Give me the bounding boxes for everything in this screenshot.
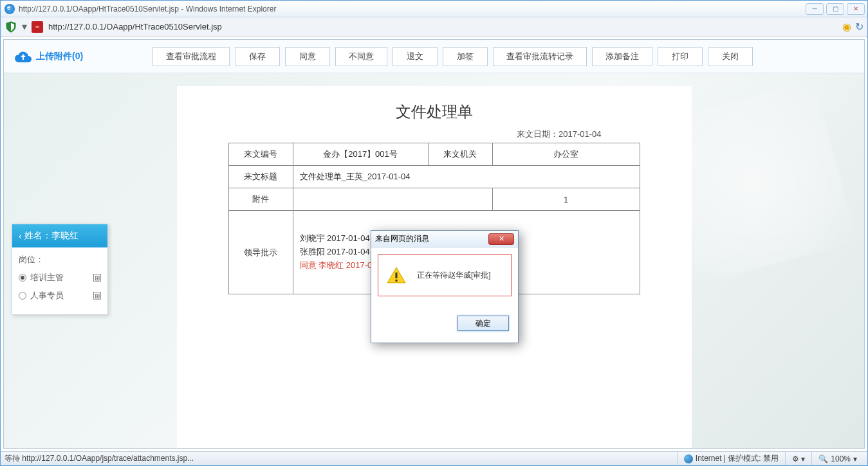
add-note-button[interactable]: 添加备注: [592, 47, 652, 66]
status-zone[interactable]: ⚙ ▾: [785, 452, 811, 465]
role-1-label: 培训主管: [30, 272, 64, 283]
close-button[interactable]: 关闭: [708, 47, 753, 66]
role-option-1[interactable]: 培训主管: [19, 272, 64, 283]
view-process-button[interactable]: 查看审批流程: [152, 47, 230, 66]
status-bar: 等待 http://127.0.0.1/OAapp/jsp/trace/atta…: [1, 451, 867, 465]
doc-no-label: 来文编号: [228, 143, 293, 166]
svg-rect-0: [396, 273, 398, 278]
window-close-button[interactable]: ✕: [847, 3, 865, 15]
dialog-message-box: 正在等待赵华威[审批]: [378, 254, 512, 296]
refresh-icon[interactable]: ↻: [855, 21, 863, 33]
dialog-close-button[interactable]: ✕: [488, 233, 514, 245]
role-2-label: 人事专员: [30, 290, 64, 301]
radio-icon: [19, 274, 26, 282]
document-date: 来文日期：2017-01-04: [190, 129, 679, 140]
upload-attachment-link[interactable]: 上传附件(0): [14, 50, 83, 63]
dialog-message-text: 正在等待赵华威[审批]: [417, 270, 491, 281]
print-button[interactable]: 打印: [658, 47, 703, 66]
dialog-ok-button[interactable]: 确定: [457, 316, 509, 331]
upload-label: 上传附件(0): [36, 51, 83, 62]
window-minimize-button[interactable]: ─: [806, 3, 824, 15]
window-maximize-button[interactable]: ▢: [826, 3, 844, 15]
warning-icon: [386, 266, 407, 284]
alert-dialog: 来自网页的消息 ✕ 正在等待赵华威[审批] 确定: [371, 230, 519, 343]
action-toolbar: 上传附件(0) 查看审批流程 保存 同意 不同意 退文 加签 查看审批流转记录 …: [4, 40, 864, 73]
expand-role-1-button[interactable]: ⊞: [93, 274, 101, 282]
doc-no-value: 金办【2017】001号: [293, 143, 428, 166]
attach-count: 1: [492, 188, 640, 211]
cosign-button[interactable]: 加签: [443, 47, 488, 66]
cloud-upload-icon: [14, 50, 32, 63]
compat-view-icon[interactable]: ◉: [842, 21, 851, 33]
radio-icon: [19, 292, 26, 300]
address-dropdown-icon[interactable]: ▾: [20, 21, 29, 33]
org-label: 来文机关: [428, 143, 492, 166]
view-history-button[interactable]: 查看审批流转记录: [493, 47, 587, 66]
favicon: ∞: [32, 21, 43, 33]
attach-label: 附件: [228, 188, 293, 211]
address-bar: ▾ ∞ ◉ ↻: [1, 17, 867, 37]
window-titlebar: http://127.0.0.1/OAapp/HtTrace0510Servle…: [1, 1, 867, 17]
security-shield-icon[interactable]: [5, 21, 17, 33]
status-zoom[interactable]: 🔍 100% ▾: [811, 452, 863, 465]
status-text: 等待 http://127.0.0.1/OAapp/jsp/trace/atta…: [5, 453, 194, 464]
org-value: 办公室: [492, 143, 640, 166]
window-title: http://127.0.0.1/OAapp/HtTrace0510Servle…: [19, 4, 806, 13]
dialog-titlebar[interactable]: 来自网页的消息 ✕: [371, 231, 518, 247]
approval-label: 领导批示: [228, 211, 293, 294]
disagree-button[interactable]: 不同意: [335, 47, 387, 66]
user-name-label: 姓名：李晓红: [24, 230, 78, 242]
address-input[interactable]: [46, 20, 840, 34]
return-button[interactable]: 退文: [392, 47, 438, 66]
subject-value: 文件处理单_王英_2017-01-04: [293, 166, 640, 188]
status-net-text: Internet | 保护模式: 禁用: [696, 453, 779, 464]
svg-rect-1: [396, 280, 398, 282]
save-button[interactable]: 保存: [235, 47, 280, 66]
user-side-panel: ‹ 姓名：李晓红 岗位： 培训主管 ⊞ 人事专员 ⊞: [12, 224, 108, 315]
position-label: 岗位：: [19, 254, 101, 265]
expand-role-2-button[interactable]: ⊞: [93, 292, 101, 300]
ie-icon: [5, 4, 15, 14]
agree-button[interactable]: 同意: [285, 47, 330, 66]
status-internet[interactable]: Internet | 保护模式: 禁用: [677, 452, 785, 465]
side-panel-header[interactable]: ‹ 姓名：李晓红: [12, 224, 107, 247]
chevron-left-icon: ‹: [19, 231, 22, 241]
role-option-2[interactable]: 人事专员: [19, 290, 64, 301]
dialog-title-text: 来自网页的消息: [375, 233, 429, 244]
attach-cell: [293, 188, 492, 211]
zoom-text: 100%: [831, 454, 851, 463]
subject-label: 来文标题: [228, 166, 293, 188]
document-title: 文件处理单: [190, 102, 679, 122]
globe-icon: [684, 454, 693, 463]
